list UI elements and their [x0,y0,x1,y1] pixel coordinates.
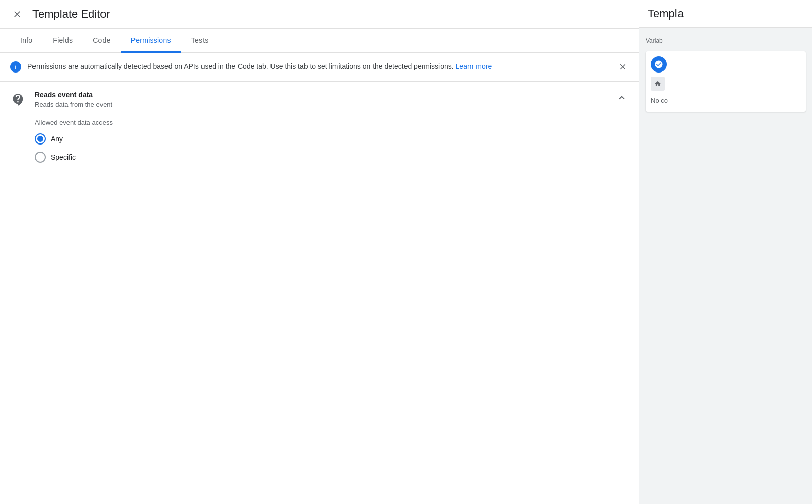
banner-close-button[interactable] [617,61,629,73]
tab-fields[interactable]: Fields [43,29,83,53]
radio-any-outer [35,133,46,145]
radio-specific-label: Specific [51,153,76,161]
reads-event-data-title: Reads event data [35,91,606,99]
tabs-bar: Info Fields Code Permissions Tests [0,29,639,53]
header-title: Template Editor [32,8,110,21]
radio-group: Any Specific [35,133,606,163]
learn-more-link[interactable]: Learn more [456,62,492,70]
right-panel-header: Templa [639,0,812,28]
main-panel: Template Editor Info Fields Code Permiss… [0,0,639,504]
reads-event-data-subtitle: Reads data from the event [35,101,606,109]
radio-any-inner [37,136,43,142]
header: Template Editor [0,0,639,29]
radio-specific[interactable]: Specific [35,152,606,163]
close-button[interactable] [10,7,24,21]
variable-chip-small [651,77,665,91]
tab-permissions[interactable]: Permissions [121,29,181,53]
right-panel-title: Templa [648,7,684,20]
right-panel: Templa Variab No co [639,0,812,504]
radio-any[interactable]: Any [35,133,606,145]
radio-specific-outer [35,152,46,163]
variable-label: Variab [646,34,806,46]
reads-event-data-icon [10,92,26,108]
permissions-section: Reads event data Reads data from the eve… [0,82,639,172]
right-panel-body: Variab No co [639,28,812,504]
banner-text: Permissions are automatically detected b… [27,61,611,72]
reads-event-data-row: Reads event data Reads data from the eve… [0,82,639,172]
no-code-text: No co [651,95,801,106]
tab-info[interactable]: Info [10,29,43,53]
info-banner: i Permissions are automatically detected… [0,53,639,82]
chevron-up-button[interactable] [615,91,629,105]
variable-card: No co [646,51,806,112]
tab-code[interactable]: Code [83,29,120,53]
info-icon: i [10,61,21,73]
radio-any-label: Any [51,135,63,143]
allowed-label: Allowed event data access [35,119,606,126]
tab-tests[interactable]: Tests [181,29,219,53]
variable-chip-blue [651,56,667,73]
reads-event-data-content: Reads event data Reads data from the eve… [35,91,606,163]
